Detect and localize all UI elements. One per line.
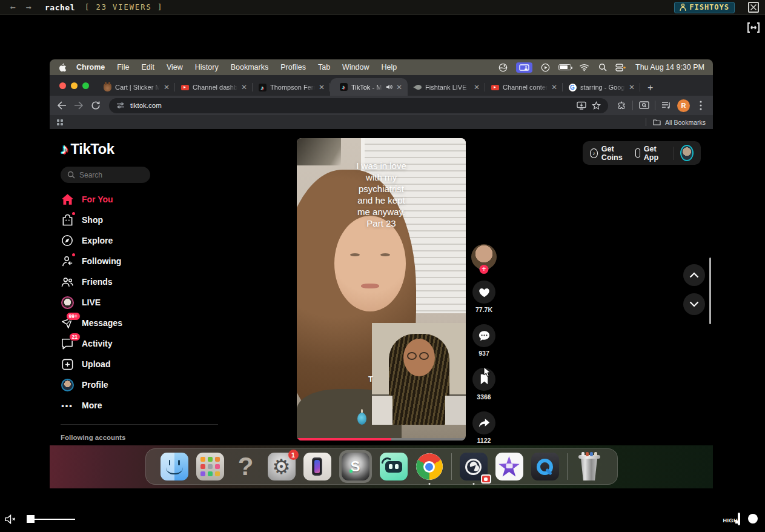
sidebar-item-more[interactable]: ••• More <box>61 395 224 416</box>
screen-share-icon[interactable] <box>516 62 532 73</box>
sidebar-item-friends[interactable]: Friends <box>61 271 224 292</box>
quality-indicator[interactable]: HIGH <box>723 514 741 525</box>
install-icon[interactable] <box>577 101 586 110</box>
url-text[interactable]: tiktok.com <box>130 102 571 109</box>
user-avatar[interactable] <box>680 145 694 161</box>
menu-view[interactable]: View <box>167 63 183 71</box>
all-bookmarks-button[interactable]: All Bookmarks <box>646 118 706 126</box>
search-icon[interactable] <box>597 63 608 72</box>
site-settings-icon[interactable] <box>116 102 125 109</box>
kebab-menu-icon[interactable] <box>695 99 707 111</box>
dock-chrome-icon[interactable] <box>416 453 443 480</box>
sidebar-item-live[interactable]: LIVE <box>61 292 224 313</box>
status-dot-icon[interactable] <box>748 514 758 524</box>
previous-video-button[interactable] <box>683 264 705 286</box>
bookmark-star-icon[interactable] <box>592 101 601 110</box>
dock-imovie-icon[interactable] <box>495 453 523 480</box>
tab-close-icon[interactable]: ✕ <box>396 83 402 91</box>
tab-thompson-ferrier[interactable]: ♪ Thompson Ferrier ( ✕ <box>253 79 330 96</box>
tab-close-icon[interactable]: ✕ <box>164 83 170 91</box>
play-circle-icon[interactable] <box>540 63 551 72</box>
sidebar-item-following[interactable]: Following <box>61 251 224 271</box>
menubar-app-name[interactable]: Chrome <box>76 63 105 71</box>
user-switch-icon[interactable] <box>615 63 626 72</box>
globe-icon[interactable] <box>498 63 508 72</box>
search-input[interactable] <box>79 171 140 179</box>
menubar-clock[interactable]: Thu Aug 14 9:30 PM <box>635 63 704 71</box>
tab-close-icon[interactable]: ✕ <box>241 83 247 91</box>
close-window-button[interactable] <box>59 82 66 89</box>
tab-close-icon[interactable]: ✕ <box>474 83 480 91</box>
browser-back-icon[interactable] <box>56 99 68 111</box>
tab-close-icon[interactable]: ✕ <box>551 83 557 91</box>
minimize-window-button[interactable] <box>71 82 78 89</box>
new-tab-button[interactable]: + <box>640 82 660 96</box>
dock-finder-icon[interactable] <box>161 453 188 480</box>
video-player[interactable]: I was in love with my psychiatrist and h… <box>297 138 466 441</box>
battery-icon[interactable] <box>558 64 571 70</box>
comment-button[interactable] <box>472 324 495 347</box>
menu-profiles[interactable]: Profiles <box>280 63 306 71</box>
media-list-icon[interactable] <box>660 99 672 111</box>
close-x-icon[interactable] <box>748 2 759 13</box>
next-video-button[interactable] <box>683 293 705 315</box>
video-progress-bar[interactable] <box>297 438 466 441</box>
dock-screen-camera-app-icon[interactable] <box>380 453 408 480</box>
apple-icon[interactable] <box>58 63 67 72</box>
dock-unknown-app-icon[interactable]: ? <box>232 453 260 480</box>
volume-handle[interactable] <box>27 515 35 523</box>
dock-s-capture-app-icon[interactable]: S <box>342 453 369 480</box>
sidebar-item-messages[interactable]: 99+ Messages <box>61 313 224 333</box>
apps-grid-icon[interactable] <box>57 119 63 125</box>
expand-horizontal-icon[interactable] <box>747 22 760 33</box>
sidebar-item-activity[interactable]: 21 Activity <box>61 333 224 354</box>
speaker-muted-icon[interactable] <box>5 514 16 524</box>
browser-profile-avatar[interactable]: R <box>677 99 690 112</box>
forward-arrow-icon[interactable]: → <box>21 2 36 13</box>
plus-follow-icon[interactable]: + <box>480 265 489 274</box>
reload-icon[interactable] <box>90 99 102 111</box>
menu-file[interactable]: File <box>117 63 129 71</box>
sidebar-item-for-you[interactable]: For You <box>61 189 224 210</box>
tab-close-icon[interactable]: ✕ <box>319 83 325 91</box>
get-app-button[interactable]: Get App <box>635 145 666 162</box>
back-arrow-icon[interactable]: ← <box>5 2 21 13</box>
like-button[interactable] <box>472 281 495 304</box>
dock-iphone-mirroring-icon[interactable] <box>303 453 331 480</box>
sidebar-item-upload[interactable]: Upload <box>61 354 224 374</box>
search-box[interactable] <box>61 167 150 183</box>
tab-google-search[interactable]: G starring - Google Se ✕ <box>563 79 640 96</box>
browser-forward-icon[interactable] <box>73 99 85 111</box>
page-scrollbar[interactable] <box>709 258 711 324</box>
wifi-icon[interactable] <box>579 63 589 72</box>
extensions-icon[interactable] <box>615 99 628 111</box>
menu-tab[interactable]: Tab <box>318 63 330 71</box>
tab-cart-sticker-mule[interactable]: Cart | Sticker Mule ✕ <box>98 79 175 96</box>
menu-edit[interactable]: Edit <box>141 63 154 71</box>
tiktok-logo[interactable]: ♪ TikTok <box>61 140 114 158</box>
menu-history[interactable]: History <box>195 63 219 71</box>
creator-avatar[interactable]: + <box>471 244 497 270</box>
tab-close-icon[interactable]: ✕ <box>629 83 635 91</box>
tab-fishtank-live[interactable]: Fishtank LIVE - TTS ✕ <box>408 79 485 96</box>
sidebar-item-profile[interactable]: Profile <box>61 374 224 395</box>
dock-quicktime-icon[interactable] <box>531 453 559 480</box>
sidebar-item-explore[interactable]: Explore <box>61 230 224 251</box>
dock-trash-icon[interactable] <box>575 453 603 480</box>
share-button[interactable] <box>472 411 495 434</box>
menu-window[interactable]: Window <box>342 63 369 71</box>
dock-launchpad-icon[interactable] <box>196 453 224 480</box>
dock-obs-studio-icon[interactable] <box>460 453 488 480</box>
maximize-window-button[interactable] <box>82 82 89 89</box>
sidebar-item-shop[interactable]: Shop <box>61 210 224 230</box>
tab-audio-icon[interactable] <box>386 84 392 90</box>
screen-search-icon[interactable] <box>638 99 650 111</box>
menu-bookmarks[interactable]: Bookmarks <box>231 63 269 71</box>
dock-system-settings-icon[interactable]: ⚙ 1 <box>268 453 296 480</box>
address-bar[interactable]: tiktok.com <box>109 98 608 113</box>
fishtoys-button[interactable]: FISHTOYS <box>674 2 735 13</box>
menu-help[interactable]: Help <box>382 63 397 71</box>
tab-channel-content[interactable]: Channel content - Y ✕ <box>485 79 563 96</box>
get-coins-button[interactable]: ♪ Get Coins <box>590 145 629 162</box>
tab-tiktok-active[interactable]: ♪ TikTok - Make Y ✕ <box>330 78 408 96</box>
